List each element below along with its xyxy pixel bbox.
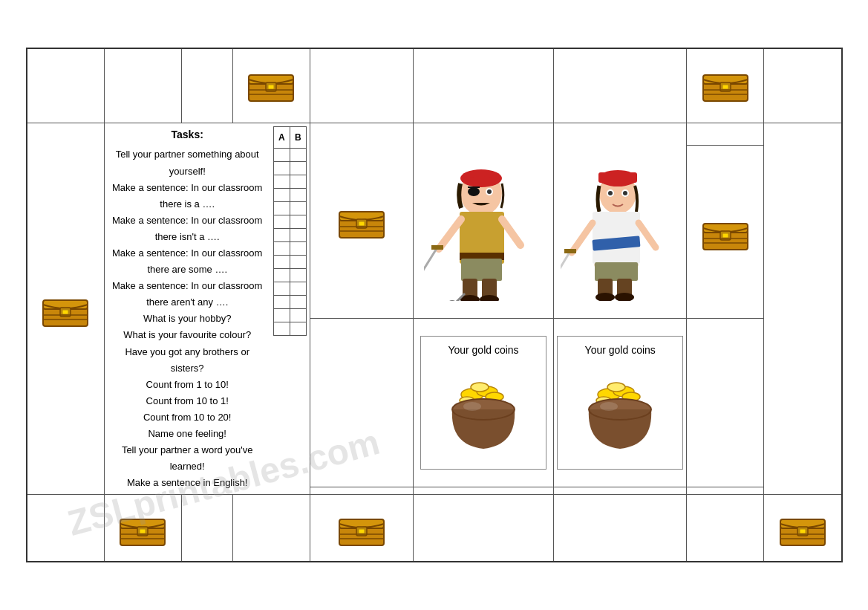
ab-row-11a bbox=[273, 282, 290, 296]
player1-coins-cell: Your gold coins bbox=[413, 318, 553, 487]
cell-r1c2 bbox=[104, 48, 181, 123]
svg-rect-36 bbox=[431, 245, 443, 250]
player1-coins-label: Your gold coins bbox=[448, 344, 518, 356]
cell-mid-chest bbox=[310, 123, 413, 318]
task-item-4: Make a sentence: In our classroom there … bbox=[108, 245, 267, 278]
ab-row-9a bbox=[273, 256, 290, 269]
svg-point-27 bbox=[468, 187, 480, 196]
svg-point-84 bbox=[600, 402, 618, 411]
cell-b3 bbox=[181, 495, 232, 562]
svg-point-71 bbox=[471, 383, 489, 392]
cell-b7 bbox=[554, 495, 687, 562]
ab-row-9b bbox=[290, 256, 306, 269]
tasks-title: Tasks: bbox=[108, 126, 267, 144]
task-item-10: Count from 10 to 1! bbox=[108, 393, 267, 409]
ab-row-7a bbox=[273, 229, 290, 242]
ab-row-10b bbox=[290, 269, 306, 282]
ab-row-14b bbox=[290, 322, 306, 336]
svg-line-56 bbox=[561, 251, 570, 277]
task-item-11: Count from 10 to 20! bbox=[108, 409, 267, 426]
ab-row-3b bbox=[290, 175, 306, 189]
task-item-13: Tell your partner a word you've learned! bbox=[108, 442, 267, 475]
cell-r1c9 bbox=[764, 48, 842, 123]
cell-r4-7 bbox=[554, 487, 687, 495]
col-a-header: A bbox=[273, 126, 290, 148]
cell-r4-6 bbox=[413, 487, 553, 495]
task-item-3: Make a sentence: In our classroom there … bbox=[108, 212, 267, 245]
svg-point-49 bbox=[608, 191, 613, 195]
ab-row-14a bbox=[273, 322, 290, 336]
ab-row-2a bbox=[273, 162, 290, 175]
cell-b8 bbox=[687, 495, 764, 562]
cell-r1c8-chest bbox=[687, 48, 764, 123]
player2-coins-box: Your gold coins bbox=[557, 336, 683, 470]
svg-rect-94 bbox=[359, 529, 365, 533]
pot-of-gold-2 bbox=[575, 371, 665, 452]
svg-rect-47 bbox=[598, 172, 637, 183]
svg-rect-57 bbox=[564, 249, 576, 253]
ab-row-6a bbox=[273, 215, 290, 229]
top-row bbox=[27, 48, 842, 123]
cell-b1 bbox=[27, 495, 105, 562]
svg-line-34 bbox=[439, 219, 461, 249]
cell-r4-5 bbox=[310, 487, 413, 495]
tasks-row: Tasks: Tell your partner something about… bbox=[27, 123, 842, 146]
tasks-ab-grid: A B bbox=[273, 126, 307, 336]
cell-r1c5 bbox=[310, 48, 413, 123]
svg-line-35 bbox=[424, 247, 437, 275]
game-board: Tasks: Tell your partner something about… bbox=[26, 48, 843, 562]
ab-row-11b bbox=[290, 282, 306, 296]
ab-row-10a bbox=[273, 269, 290, 282]
tasks-cell: Tasks: Tell your partner something about… bbox=[104, 123, 310, 495]
col-b-header: B bbox=[290, 126, 306, 148]
svg-rect-54 bbox=[595, 262, 638, 281]
ab-row-5b bbox=[290, 202, 306, 215]
task-item-5: Make a sentence: In our classroom there … bbox=[108, 278, 267, 311]
cell-b5-chest bbox=[310, 495, 413, 562]
ab-row-12b bbox=[290, 296, 306, 309]
svg-point-51 bbox=[623, 191, 627, 195]
ab-row-13b bbox=[290, 309, 306, 322]
cell-coins-right bbox=[687, 318, 764, 487]
ab-row-3a bbox=[273, 175, 290, 189]
ab-row-7b bbox=[290, 229, 306, 242]
svg-rect-88 bbox=[140, 529, 146, 533]
ab-row-8b bbox=[290, 242, 306, 256]
player1-coins-box: Your gold coins bbox=[420, 336, 546, 470]
svg-rect-33 bbox=[461, 259, 502, 281]
cell-b2-chest bbox=[104, 495, 181, 562]
cell-r1c4-chest bbox=[232, 48, 310, 123]
cell-r1c6 bbox=[413, 48, 553, 123]
svg-line-58 bbox=[639, 223, 656, 247]
pot-of-gold-1 bbox=[439, 371, 528, 452]
ab-row-5a bbox=[273, 202, 290, 215]
cell-r2c9 bbox=[687, 123, 764, 146]
task-item-6: What is your hobby? bbox=[108, 311, 267, 327]
svg-point-79 bbox=[607, 383, 625, 392]
player2-coins-label: Your gold coins bbox=[585, 344, 656, 356]
cell-r4-9 bbox=[687, 487, 764, 495]
cell-r1c7 bbox=[554, 48, 687, 123]
task-item-8: Have you got any brothers or sisters? bbox=[108, 344, 267, 377]
cell-b6 bbox=[413, 495, 553, 562]
ab-row-8a bbox=[273, 242, 290, 256]
task-item-9: Count from 1 to 10! bbox=[108, 377, 267, 393]
svg-rect-21 bbox=[359, 221, 365, 226]
cell-r1c1 bbox=[27, 48, 105, 123]
cell-left-chest-1 bbox=[27, 123, 105, 495]
task-item-7: What is your favourite colour? bbox=[108, 327, 267, 343]
svg-rect-15 bbox=[62, 310, 68, 314]
svg-rect-66 bbox=[722, 233, 728, 238]
pirate2-cell bbox=[554, 123, 687, 318]
svg-point-76 bbox=[463, 402, 481, 411]
cell-b9-chest bbox=[764, 495, 842, 562]
chest-icon-1 bbox=[236, 62, 307, 109]
svg-rect-100 bbox=[800, 529, 806, 533]
chest-icon-2 bbox=[690, 62, 760, 109]
svg-rect-3 bbox=[268, 85, 274, 89]
pirate1-cell bbox=[413, 123, 553, 318]
ab-row-1b bbox=[290, 149, 306, 162]
cell-b4 bbox=[232, 495, 310, 562]
bottom-row bbox=[27, 495, 842, 562]
ab-row-4a bbox=[273, 189, 290, 202]
